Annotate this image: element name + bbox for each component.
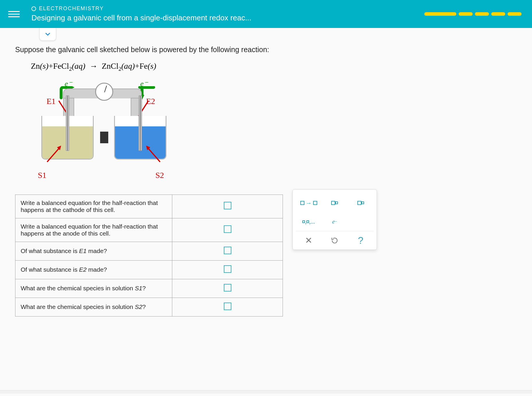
label-S2: S2 [155,171,164,180]
answer-input[interactable] [224,225,231,233]
answer-cell[interactable] [172,242,283,260]
arrow-S2-icon [143,144,164,165]
label-S1: S1 [38,171,47,180]
answer-input[interactable] [224,303,231,310]
chapter-text: ELECTROCHEMISTRY [39,6,104,12]
label-E1: E1 [47,97,56,106]
content-area: Suppose the galvanic cell sketched below… [0,28,532,328]
prompt-text: Suppose the galvanic cell sketched below… [15,45,517,54]
answer-cell[interactable] [172,298,283,316]
arrow-S1-icon [45,144,66,165]
question-table: Write a balanced equation for the half-r… [15,195,283,317]
table-row: What are the chemical species in solutio… [15,298,283,316]
page-title: Designing a galvanic cell from a single-… [31,13,251,22]
cell-diagram: e⁻ e⁻ E1 E2 S1 S2 [36,81,193,183]
circle-icon [31,6,36,11]
tool-arrow[interactable]: → [297,195,320,211]
chapter-label: ELECTROCHEMISTRY [31,6,251,12]
reset-button[interactable] [323,233,346,248]
question-cell: Of what substance is E2 made? [15,260,172,279]
answer-input[interactable] [224,284,231,291]
svg-line-3 [148,148,160,162]
question-cell: What are the chemical species in solutio… [15,298,172,316]
electrode-right [139,96,142,151]
reaction-equation: Zn(s)+FeCl2(aq) → ZnCl2(aq)+Fe(s) [31,61,517,72]
clear-button[interactable]: ✕ [297,233,320,248]
voltmeter-icon [95,83,113,101]
table-row: Of what substance is E2 made? [15,260,283,279]
chevron-down-icon [45,31,51,38]
svg-line-2 [47,148,59,162]
answer-cell[interactable] [172,279,283,298]
tool-superscript[interactable] [349,195,372,211]
table-row: Write a balanced equation for the half-r… [15,195,283,218]
answer-input[interactable] [224,202,231,209]
footer-divider [0,390,532,394]
app-header: ELECTROCHEMISTRY Designing a galvanic ce… [0,0,532,28]
reset-icon [331,237,338,244]
header-text: ELECTROCHEMISTRY Designing a galvanic ce… [31,6,251,22]
answer-cell[interactable] [172,195,283,218]
question-cell: Write a balanced equation for the half-r… [15,218,172,242]
salt-bridge [100,132,108,143]
question-cell: Of what substance is E1 made? [15,242,172,260]
tool-list[interactable]: ,,... [297,214,320,229]
tool-panel: → ,,... e− ✕ ? [292,189,377,250]
answer-input[interactable] [224,265,231,273]
tool-electron[interactable]: e− [323,214,346,229]
menu-icon[interactable] [8,11,20,17]
tool-subscript[interactable] [323,195,346,211]
table-row: Of what substance is E1 made? [15,242,283,260]
answer-input[interactable] [224,247,231,254]
question-cell: What are the chemical species in solutio… [15,279,172,298]
table-row: Write a balanced equation for the half-r… [15,218,283,242]
answer-cell[interactable] [172,260,283,279]
table-row: What are the chemical species in solutio… [15,279,283,298]
question-cell: Write a balanced equation for the half-r… [15,195,172,218]
electrode-left [66,96,69,151]
answer-cell[interactable] [172,218,283,242]
help-button[interactable]: ? [349,233,372,248]
progress-bar [424,12,522,16]
expand-toggle[interactable] [39,28,56,41]
